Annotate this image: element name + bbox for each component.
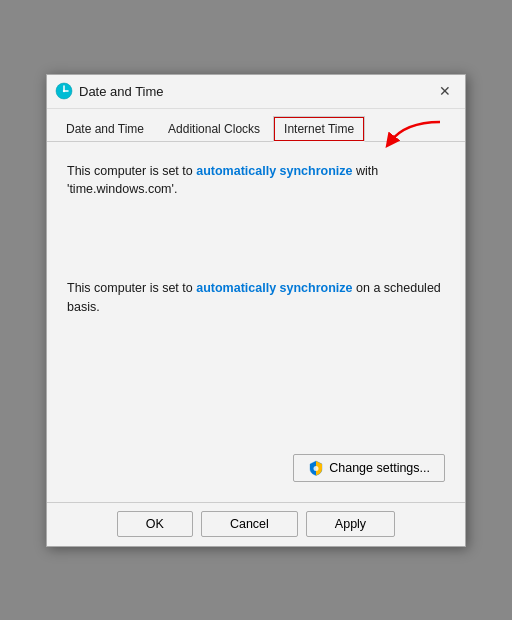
svg-point-4	[314, 466, 319, 471]
info1-highlight: automatically synchronize	[196, 164, 352, 178]
change-settings-button[interactable]: Change settings...	[293, 454, 445, 482]
dialog-window: Date and Time ✕ Date and Time Additional…	[46, 74, 466, 547]
window-title: Date and Time	[79, 84, 427, 99]
dialog-footer: OK Cancel Apply	[47, 502, 465, 546]
close-button[interactable]: ✕	[433, 79, 457, 103]
tab-content: This computer is set to automatically sy…	[47, 142, 465, 502]
tab-internet-time[interactable]: Internet Time	[273, 116, 365, 142]
shield-icon	[308, 460, 324, 476]
apply-button[interactable]: Apply	[306, 511, 395, 537]
info1-prefix: This computer is set to	[67, 164, 196, 178]
info-text-2: This computer is set to automatically sy…	[67, 279, 445, 317]
tab-bar: Date and Time Additional Clocks Internet…	[47, 109, 465, 142]
info2-prefix: This computer is set to	[67, 281, 196, 295]
svg-point-3	[63, 90, 65, 92]
tab-additional-clocks[interactable]: Additional Clocks	[157, 116, 271, 142]
tab-date-time[interactable]: Date and Time	[55, 116, 155, 142]
info2-highlight: automatically synchronize	[196, 281, 352, 295]
info-text-1: This computer is set to automatically sy…	[67, 162, 445, 200]
ok-button[interactable]: OK	[117, 511, 193, 537]
clock-icon	[55, 82, 73, 100]
title-bar: Date and Time ✕	[47, 75, 465, 109]
change-settings-row: Change settings...	[67, 434, 445, 492]
change-settings-label: Change settings...	[329, 461, 430, 475]
cancel-button[interactable]: Cancel	[201, 511, 298, 537]
